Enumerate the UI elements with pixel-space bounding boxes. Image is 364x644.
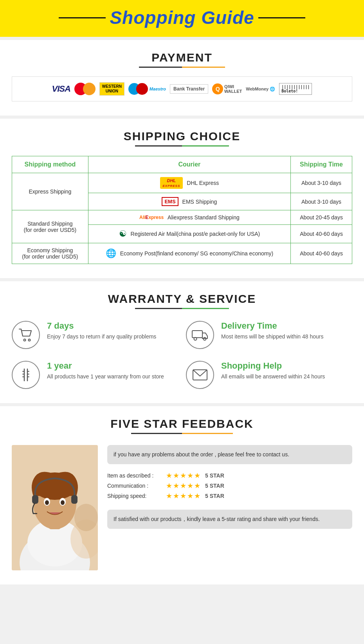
table-row: Express Shipping DHLEXPRESS DHL Express … xyxy=(12,173,352,193)
mail-icon xyxy=(186,361,214,389)
un-logo: 🌐 xyxy=(106,248,116,259)
ali-courier-cell: AliExpress Aliexpress Standard Shipping xyxy=(88,210,290,225)
shipping-section: SHIPPING CHOICE Shipping method Courier … xyxy=(0,119,364,278)
warranty-item-help: Shopping Help All emails will be answere… xyxy=(186,361,352,389)
shipping-table: Shipping method Courier Shipping Time Ex… xyxy=(12,156,352,264)
cnpost-name: Registered Air Mail(china post/e packet-… xyxy=(131,231,260,237)
header-line-left xyxy=(59,17,106,18)
dhl-courier-cell: DHLEXPRESS DHL Express xyxy=(88,173,290,193)
cnpost-courier-cell: ☯ Registered Air Mail(china post/e packe… xyxy=(88,225,290,243)
speech-top-text: if you have any problems about the order… xyxy=(114,451,289,458)
dhl-time: About 3-10 days xyxy=(291,173,352,193)
feedback-right: if you have any problems about the order… xyxy=(107,445,352,529)
table-row: Standard Shipping(for order over USD5) A… xyxy=(12,210,352,225)
shipping-heading: SHIPPING CHOICE xyxy=(12,130,352,147)
svg-point-22 xyxy=(45,500,49,505)
maestro-circle2 xyxy=(136,83,148,95)
rating-score-described: 5 STAR xyxy=(205,472,224,479)
dhl-logo: DHLEXPRESS xyxy=(160,177,183,189)
feedback-title: FIVE STAR FEEDBACK xyxy=(12,417,352,431)
bank-transfer-logo: Bank Transfer xyxy=(170,84,208,94)
feedback-underline xyxy=(131,433,233,434)
un-time: About 40-60 days xyxy=(291,243,352,264)
ems-name: EMS Shipping xyxy=(182,199,217,205)
warranty-desc-7days: Enjoy 7 days to return if any quality pr… xyxy=(47,333,156,341)
warranty-grid: 7 days Enjoy 7 days to return if any qua… xyxy=(12,321,352,389)
warranty-desc-1year: All products have 1 year warranty from o… xyxy=(47,373,164,381)
ems-logo: EMS xyxy=(162,197,178,206)
feedback-photo xyxy=(12,445,98,570)
shipping-table-header-row: Shipping method Courier Shipping Time xyxy=(12,156,352,173)
svg-point-23 xyxy=(61,500,65,505)
rating-stars-communication: ★★★★★ xyxy=(166,481,201,490)
svg-rect-2 xyxy=(192,331,202,338)
webmoney-logo: WebMoney 🌐 xyxy=(246,87,275,92)
warranty-title-7days: 7 days xyxy=(47,321,156,331)
speech-bubble-top: if you have any problems about the order… xyxy=(107,445,352,464)
ems-row: EMS EMS Shipping xyxy=(94,197,285,206)
svg-rect-24 xyxy=(32,495,38,504)
rating-label-communication: Communication : xyxy=(107,483,162,489)
cnpost-time: About 40-60 days xyxy=(291,225,352,243)
rating-row-communication: Communication : ★★★★★ 5 STAR xyxy=(107,481,352,490)
rating-row-shipping: Shipping speed: ★★★★★ 5 STAR xyxy=(107,492,352,500)
header-line-right xyxy=(258,17,305,18)
rating-score-shipping: 5 STAR xyxy=(205,493,224,499)
express-shipping-cell: Express Shipping xyxy=(12,173,88,210)
shipping-col-method: Shipping method xyxy=(12,156,88,173)
svg-point-0 xyxy=(24,339,26,341)
rating-stars-described: ★★★★★ xyxy=(166,471,201,480)
warranty-title-1year: 1 year xyxy=(47,361,164,371)
header-banner: Shopping Guide xyxy=(0,0,364,37)
payment-heading: PAYMENT xyxy=(12,51,352,68)
payment-section: PAYMENT VISA WESTERNUNION Maestro Bank T… xyxy=(0,40,364,116)
warranty-title-delivery: Delivery Time xyxy=(221,321,323,331)
ratings-container: Item as described : ★★★★★ 5 STAR Communi… xyxy=(107,470,352,500)
ems-time: About 3-10 days xyxy=(291,193,352,210)
warranty-title-help: Shopping Help xyxy=(221,361,325,371)
dhl-row: DHLEXPRESS DHL Express xyxy=(94,177,285,189)
speech-bubble-bottom: If satisfied with our products，kindly le… xyxy=(107,510,352,529)
warranty-text-help: Shopping Help All emails will be answere… xyxy=(221,361,325,381)
boleto-logo: ||||||||||||Boleto! xyxy=(279,83,312,95)
payment-underline xyxy=(139,67,225,68)
shipping-col-time: Shipping Time xyxy=(291,156,352,173)
payment-logos-container: VISA WESTERNUNION Maestro Bank Transfer … xyxy=(12,76,352,101)
maestro-logo: Maestro xyxy=(128,83,166,95)
warranty-heading: WARRANTY & SERVICE xyxy=(12,292,352,309)
feedback-heading: FIVE STAR FEEDBACK xyxy=(12,417,352,434)
ali-time: About 20-45 days xyxy=(291,210,352,225)
economy-shipping-cell: Economy Shipping(for order under USD5) xyxy=(12,243,88,264)
svg-point-27 xyxy=(74,504,98,531)
un-courier-cell: 🌐 Economy Post(finland economy/ SG econo… xyxy=(88,243,290,264)
warranty-text-delivery: Delivery Time Most items will be shipped… xyxy=(221,321,323,341)
ali-name: Aliexpress Standard Shipping xyxy=(168,214,240,221)
warranty-desc-help: All emails will be answered within 24 ho… xyxy=(221,373,325,381)
svg-rect-25 xyxy=(71,495,77,504)
rating-stars-shipping: ★★★★★ xyxy=(166,492,201,500)
warranty-section: WARRANTY & SERVICE 7 days Enjoy 7 days t… xyxy=(0,281,364,403)
qiwi-circle: Q xyxy=(212,83,223,94)
header-title: Shopping Guide xyxy=(110,7,254,28)
shipping-underline xyxy=(135,145,229,147)
shipping-title: SHIPPING CHOICE xyxy=(12,130,352,143)
warranty-text-1year: 1 year All products have 1 year warranty… xyxy=(47,361,164,381)
shipping-col-courier: Courier xyxy=(88,156,290,173)
ali-row: AliExpress Aliexpress Standard Shipping xyxy=(94,214,285,221)
feedback-section: FIVE STAR FEEDBACK xyxy=(0,406,364,584)
warranty-text-7days: 7 days Enjoy 7 days to return if any qua… xyxy=(47,321,156,341)
mc-circle-orange xyxy=(83,83,96,95)
un-name: Economy Post(finland economy/ SG economy… xyxy=(120,250,273,257)
visa-logo: VISA xyxy=(52,84,70,94)
rating-score-communication: 5 STAR xyxy=(205,483,224,489)
cart-icon xyxy=(12,321,40,349)
warranty-item-1year: 1 year All products have 1 year warranty… xyxy=(12,361,178,389)
rating-row-described: Item as described : ★★★★★ 5 STAR xyxy=(107,471,352,480)
western-union-logo: WESTERNUNION xyxy=(99,82,124,96)
warranty-title: WARRANTY & SERVICE xyxy=(12,292,352,306)
maestro-text: Maestro xyxy=(150,87,166,91)
dhl-name: DHL Express xyxy=(187,180,219,186)
tools-icon xyxy=(12,361,40,389)
rating-label-shipping: Shipping speed: xyxy=(107,493,162,499)
truck-icon xyxy=(186,321,214,349)
